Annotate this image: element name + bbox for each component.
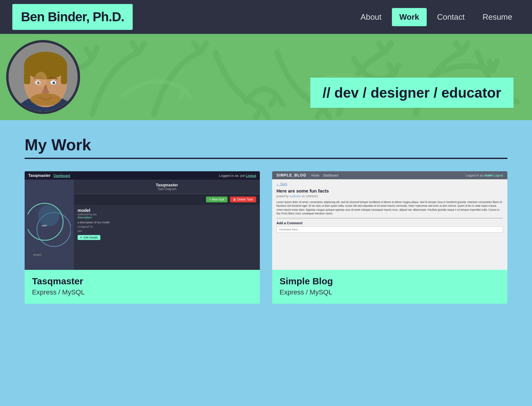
nav-resume[interactable]: Resume <box>475 8 520 26</box>
tasq-new-btn[interactable]: + New task <box>206 197 228 202</box>
blog-body: ← Back Here are some fun facts posted by… <box>272 179 507 270</box>
svg-point-17 <box>38 205 59 226</box>
desc-text: a description of our model. <box>78 221 256 224</box>
blog-topbar: SIMPLE_BLOG Home Dashboard Logged in as … <box>272 171 507 179</box>
tasq-title: Tasqmaster <box>77 183 257 187</box>
section-divider <box>25 158 507 159</box>
tasqmaster-info: Tasqmaster Express / MySQL <box>25 270 260 304</box>
tasqmaster-tech: Express / MySQL <box>32 288 252 296</box>
simpleblog-screenshot: SIMPLE_BLOG Home Dashboard Logged in as … <box>272 171 507 270</box>
article-meta: posted by nucleolus on 12/8/2022 <box>276 195 503 198</box>
article-author[interactable]: nucleolus <box>289 195 301 198</box>
pencil-icon: ✏ <box>80 236 83 239</box>
model-author: authored by joe <box>78 213 256 216</box>
blog-nav-dashboard[interactable]: Dashboard <box>323 174 338 177</box>
blog-user-link[interactable]: oswin <box>484 174 493 177</box>
comment-input[interactable] <box>276 226 503 233</box>
comment-title: Add a Comment <box>276 221 503 225</box>
project-card-simpleblog[interactable]: SIMPLE_BLOG Home Dashboard Logged in as … <box>272 171 507 304</box>
model-title: model <box>78 208 256 213</box>
projects-grid: Tasqmaster Dashboard Logged in as: joe L… <box>25 171 507 304</box>
nav-work[interactable]: Work <box>392 8 427 26</box>
assigned-label-text: Assigned To: <box>78 225 93 228</box>
tasq-logged-in: Logged in as: joe Logout <box>219 174 256 177</box>
edit-details-btn[interactable]: ✏ Edit Details <box>78 235 100 240</box>
article-date: on 12/8/2022 <box>302 195 318 198</box>
svg-point-12 <box>53 82 55 84</box>
site-logo: Ben Binder, Ph.D. <box>21 10 124 24</box>
svg-point-13 <box>30 93 61 106</box>
tasq-logout-link[interactable]: Logout <box>246 174 256 177</box>
svg-rect-6 <box>61 66 67 84</box>
hero-banner: // dev / designer / educator <box>0 34 532 120</box>
tasq-main: Tasqmaster Task Diagram + New task 🗑 Del… <box>74 180 260 270</box>
svg-rect-5 <box>24 66 30 84</box>
hero-tagline: // dev / designer / educator <box>323 85 501 101</box>
main-nav: About Work Contact Resume <box>353 8 520 26</box>
article-title: Here are some fun facts <box>276 188 503 193</box>
simpleblog-tech: Express / MySQL <box>280 288 500 296</box>
tasq-sidebar: user project <box>25 180 74 270</box>
logo-box: Ben Binder, Ph.D. <box>12 4 133 30</box>
svg-text:user: user <box>42 224 47 227</box>
hero-tagline-box: // dev / designer / educator <box>310 78 514 108</box>
blog-logged-in: Logged in as oswin Logout <box>465 174 503 177</box>
assigned-label: Assigned To: <box>78 225 256 228</box>
simpleblog-info: Simple Blog Express / MySQL <box>272 270 507 304</box>
blog-back-link[interactable]: ← Back <box>276 182 503 186</box>
blog-nav-home[interactable]: Home <box>311 174 320 177</box>
nav-about[interactable]: About <box>353 8 389 26</box>
svg-text:project: project <box>33 253 42 256</box>
tasq-subtitle: Task Diagram <box>77 187 257 191</box>
trash-icon: 🗑 <box>233 198 236 201</box>
svg-point-14 <box>35 72 47 87</box>
site-header: Ben Binder, Ph.D. About Work Contact Res… <box>0 0 532 34</box>
tasq-delete-btn[interactable]: 🗑 Delete Task <box>230 197 256 202</box>
blog-brand: SIMPLE_BLOG <box>276 173 306 177</box>
tasq-brand: Tasqmaster <box>28 173 50 178</box>
main-content: My Work Tasqmaster Dashboard Logged in a… <box>0 120 532 319</box>
tasq-nav-link[interactable]: Dashboard <box>54 174 70 177</box>
assigned-value: N/A <box>78 229 256 233</box>
tasqmaster-screenshot: Tasqmaster Dashboard Logged in as: joe L… <box>25 171 260 270</box>
desc-label: Description: <box>78 216 256 219</box>
avatar <box>6 40 80 114</box>
simpleblog-title: Simple Blog <box>280 276 500 286</box>
blog-logout-link[interactable]: Logout <box>494 174 503 177</box>
article-body: Lorem ipsum dolor sit amet, consectetur … <box>276 200 503 215</box>
tasq-topbar: Tasqmaster Dashboard Logged in as: joe L… <box>25 171 260 180</box>
comment-section: Add a Comment <box>276 221 503 233</box>
blog-divider <box>276 218 503 219</box>
work-section-title: My Work <box>25 136 507 154</box>
project-card-tasqmaster[interactable]: Tasqmaster Dashboard Logged in as: joe L… <box>25 171 260 304</box>
nav-contact[interactable]: Contact <box>430 8 472 26</box>
tasqmaster-title: Tasqmaster <box>32 276 252 286</box>
